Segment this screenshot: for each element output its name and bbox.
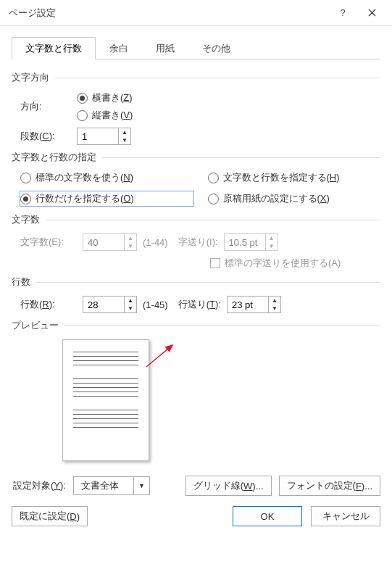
group-lines: 行数 xyxy=(12,276,380,289)
group-preview: プレビュー xyxy=(12,319,380,332)
tab-margins[interactable]: 余白 xyxy=(96,37,142,59)
columns-label: 段数(C): xyxy=(12,130,77,143)
radio-mark-icon xyxy=(77,110,88,121)
columns-spinner[interactable]: ▲ ▼ xyxy=(77,128,131,145)
chars-count-label: 文字数(E): xyxy=(20,236,77,249)
radio-mark-icon xyxy=(208,173,219,183)
radio-lines-only[interactable]: 行数だけを指定する(O) xyxy=(20,191,193,206)
group-spec: 文字数と行数の指定 xyxy=(12,151,380,164)
spinner-up-icon[interactable]: ▲ xyxy=(125,297,136,304)
spinner-down-icon[interactable]: ▼ xyxy=(119,136,130,144)
gridlines-button[interactable]: グリッド線(W)... xyxy=(185,476,272,496)
spinner-up-icon[interactable]: ▲ xyxy=(119,128,130,136)
cancel-button[interactable]: キャンセル xyxy=(311,506,380,526)
tab-other[interactable]: その他 xyxy=(188,37,244,59)
spinner-up-icon: ▲ xyxy=(266,234,278,242)
chars-pitch-spinner: ▲▼ xyxy=(224,233,278,251)
radio-vertical[interactable]: 縦書き(V) xyxy=(77,109,133,122)
chars-pitch-input xyxy=(225,234,265,250)
dialog-title: ページ設定 xyxy=(9,7,328,20)
lines-count-input[interactable] xyxy=(83,297,124,312)
spinner-down-icon: ▼ xyxy=(125,242,136,250)
radio-mark-icon xyxy=(208,194,219,204)
radio-manuscript[interactable]: 原稿用紙の設定にする(X) xyxy=(208,191,381,206)
ok-button[interactable]: OK xyxy=(233,506,302,526)
lines-count-range: (1-45) xyxy=(143,299,168,310)
lines-count-label: 行数(R): xyxy=(20,298,77,311)
titlebar: ページ設定 ? xyxy=(0,0,392,26)
spinner-down-icon: ▼ xyxy=(266,242,278,250)
chars-pitch-label: 字送り(I): xyxy=(178,236,218,249)
direction-label: 方向: xyxy=(12,100,77,113)
lines-pitch-label: 行送り(T): xyxy=(178,298,221,311)
group-chars: 文字数 xyxy=(12,213,380,226)
check-default-pitch: 標準の字送りを使用する(A) xyxy=(210,257,341,270)
dialog-footer: 既定に設定(D) OK キャンセル xyxy=(0,496,392,536)
spinner-down-icon[interactable]: ▼ xyxy=(125,304,136,312)
lines-pitch-input[interactable] xyxy=(228,297,268,312)
close-icon[interactable] xyxy=(357,0,386,26)
tab-paper[interactable]: 用紙 xyxy=(142,37,188,59)
spinner-up-icon[interactable]: ▲ xyxy=(269,297,280,304)
chars-count-spinner: ▲▼ xyxy=(83,233,137,251)
radio-standard[interactable]: 標準の文字数を使う(N) xyxy=(20,171,193,184)
spinner-down-icon[interactable]: ▼ xyxy=(269,304,280,312)
preview-page xyxy=(62,339,149,461)
spinner-up-icon: ▲ xyxy=(125,234,136,242)
radio-mark-icon xyxy=(20,194,31,204)
radio-chars-lines[interactable]: 文字数と行数を指定する(H) xyxy=(208,171,381,184)
radio-mark-icon xyxy=(20,173,31,183)
lines-pitch-spinner[interactable]: ▲▼ xyxy=(227,296,281,313)
radio-horizontal[interactable]: 横書き(Z) xyxy=(77,91,133,104)
chars-count-input xyxy=(83,234,124,250)
apply-to-select[interactable]: 文書全体 ▼ xyxy=(73,476,150,495)
help-icon[interactable]: ? xyxy=(328,0,357,26)
font-settings-button[interactable]: フォントの設定(F)... xyxy=(279,476,380,496)
columns-input[interactable] xyxy=(78,128,118,144)
tab-bar: 文字数と行数 余白 用紙 その他 xyxy=(12,36,380,59)
apply-to-label: 設定対象(Y): xyxy=(13,479,66,492)
chevron-down-icon: ▼ xyxy=(133,477,149,494)
lines-count-spinner[interactable]: ▲▼ xyxy=(83,296,137,313)
tab-chars-lines[interactable]: 文字数と行数 xyxy=(12,37,96,59)
checkbox-icon xyxy=(210,258,220,268)
chars-count-range: (1-44) xyxy=(143,237,168,248)
set-default-button[interactable]: 既定に設定(D) xyxy=(12,506,88,526)
group-direction: 文字方向 xyxy=(12,71,380,84)
radio-mark-icon xyxy=(77,93,88,104)
